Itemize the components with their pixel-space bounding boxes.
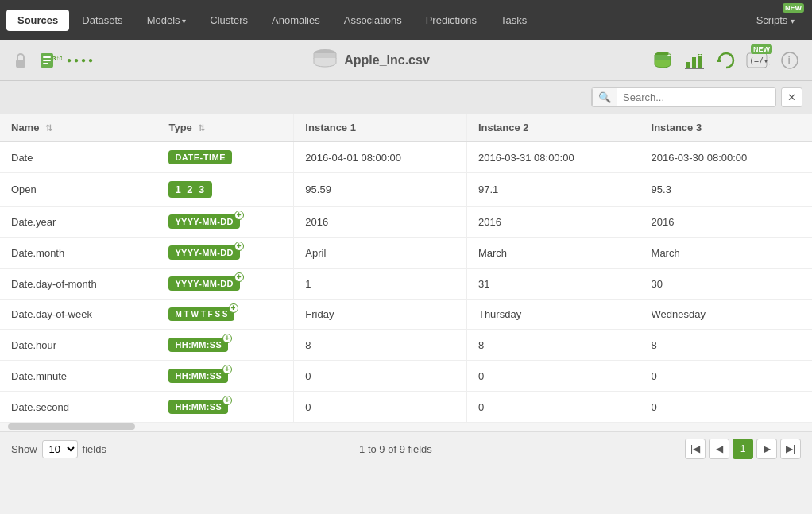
cell-type: 1 2 3 (157, 173, 294, 207)
code-icon[interactable]: NEW (=/▾) (745, 48, 771, 73)
nav-item-sources[interactable]: Sources (6, 10, 69, 31)
cell-instance2: 31 (466, 269, 640, 300)
nav-item-clusters[interactable]: Clusters (199, 10, 259, 31)
nav-item-datasets[interactable]: Datasets (71, 10, 133, 31)
cell-instance3: March (640, 238, 812, 269)
search-wrap: 🔍 (591, 87, 776, 107)
page-prev-button[interactable]: ◀ (709, 439, 729, 459)
svg-rect-0 (16, 60, 25, 68)
cell-instance3: 8 (640, 330, 812, 361)
cell-instance1: 2016-04-01 08:00:00 (294, 141, 467, 173)
chart-icon[interactable]: + (682, 48, 707, 73)
api-new-badge: NEW (751, 44, 772, 54)
type-badge[interactable]: DATE-TIME (168, 150, 232, 164)
fields-label: fields (83, 443, 106, 455)
col-type: Type ⇅ (157, 114, 294, 141)
cell-type: HH:MM:SS+ (157, 330, 294, 361)
cell-instance1: 2016 (294, 207, 467, 238)
type-badge[interactable]: HH:MM:SS+ (168, 400, 228, 414)
cell-name: Date.year (0, 207, 157, 238)
col-instance1: Instance 1 (294, 114, 467, 141)
nav-item-anomalies[interactable]: Anomalies (261, 10, 331, 31)
svg-text:+: + (729, 52, 733, 58)
cell-instance3: 30 (640, 269, 812, 300)
cell-name: Open (0, 173, 157, 207)
svg-text:(=/▾): (=/▾) (749, 56, 770, 65)
scrollbar-thumb[interactable] (8, 423, 135, 430)
cell-name: Date.day-of-month (0, 269, 157, 300)
dataset-icon[interactable]: + (650, 48, 675, 73)
toolbar-title: Apple_Inc.csv (100, 48, 642, 72)
cell-instance2: 0 (466, 361, 640, 392)
cell-instance2: Thursday (466, 300, 640, 330)
table-row: Date.day-of-weekM T W T F S S+FridayThur… (0, 300, 812, 330)
progress-dots: ●●●● (70, 49, 92, 71)
cell-name: Date.hour (0, 330, 157, 361)
page-1-button[interactable]: 1 (733, 439, 753, 459)
cell-type: YYYY-MM-DD+ (157, 207, 294, 238)
svg-rect-2 (43, 56, 51, 58)
info-icon[interactable]: i (777, 48, 802, 73)
nav-item-predictions[interactable]: Predictions (415, 10, 488, 31)
sort-name-icon[interactable]: ⇅ (45, 123, 52, 133)
nav-item-associations[interactable]: Associations (333, 10, 413, 31)
svg-rect-9 (686, 62, 690, 68)
search-bar: 🔍 ✕ (0, 81, 812, 114)
svg-text:+: + (698, 52, 702, 58)
cell-name: Date.month (0, 238, 157, 269)
type-badge[interactable]: HH:MM:SS+ (168, 338, 228, 352)
horizontal-scrollbar[interactable] (0, 423, 812, 431)
footer-left: Show 10 25 50 fields (11, 440, 106, 458)
cell-instance3: 95.3 (640, 173, 812, 207)
nav-item-scripts[interactable]: NEW Scripts (745, 10, 806, 31)
page-last-button[interactable]: ▶| (780, 439, 801, 459)
cell-instance3: Wednesday (640, 300, 812, 330)
cell-type: M T W T F S S+ (157, 300, 294, 330)
sort-type-icon[interactable]: ⇅ (198, 123, 205, 133)
cell-instance1: April (294, 238, 467, 269)
cell-instance2: March (466, 238, 640, 269)
svg-rect-4 (43, 63, 48, 64)
table-row: Date.hourHH:MM:SS+888 (0, 330, 812, 361)
refresh-icon[interactable]: + (713, 48, 739, 73)
cell-type: YYYY-MM-DD+ (157, 269, 294, 300)
data-table-wrap: Name ⇅ Type ⇅ Instance 1 Instance 2 Inst… (0, 114, 812, 423)
svg-rect-10 (692, 57, 696, 68)
page-next-button[interactable]: ▶ (756, 439, 777, 459)
cell-instance3: 0 (640, 392, 812, 423)
clear-search-button[interactable]: ✕ (781, 87, 802, 107)
type-badge[interactable]: M T W T F S S+ (168, 307, 234, 321)
search-button[interactable]: 🔍 (592, 88, 617, 106)
cell-name: Date.minute (0, 361, 157, 392)
cell-type: HH:MM:SS+ (157, 392, 294, 423)
table-footer: Show 10 25 50 fields 1 to 9 of 9 fields … (0, 431, 812, 466)
type-badge[interactable]: YYYY-MM-DD+ (168, 276, 239, 291)
svg-text:3↑0↓: 3↑0↓ (52, 55, 62, 62)
svg-text:+: + (667, 52, 671, 58)
cell-instance2: 97.1 (466, 173, 640, 207)
cell-instance2: 0 (466, 392, 640, 423)
cell-type: DATE-TIME (157, 141, 294, 173)
table-row: Open1 2 395.5997.195.3 (0, 173, 812, 207)
cell-instance1: 1 (294, 269, 467, 300)
nav-bar: Sources Datasets Models Clusters Anomali… (0, 0, 812, 40)
toolbar-right: + + + NEW (=/▾) (650, 48, 802, 73)
nav-item-models[interactable]: Models (136, 10, 198, 31)
per-page-select[interactable]: 10 25 50 (42, 440, 78, 458)
cell-instance2: 2016 (466, 207, 640, 238)
type-badge[interactable]: YYYY-MM-DD+ (168, 245, 239, 260)
file-title: Apple_Inc.csv (344, 53, 430, 68)
source-icon[interactable]: 3↑0↓ (40, 49, 62, 71)
nav-item-tasks[interactable]: Tasks (489, 10, 538, 31)
cell-instance1: 0 (294, 361, 467, 392)
type-badge[interactable]: HH:MM:SS+ (168, 369, 228, 383)
cell-instance3: 0 (640, 361, 812, 392)
svg-rect-3 (43, 60, 51, 61)
type-badge[interactable]: 1 2 3 (168, 181, 212, 198)
table-row: Date.minuteHH:MM:SS+000 (0, 361, 812, 392)
type-badge[interactable]: YYYY-MM-DD+ (168, 214, 239, 229)
show-label: Show (11, 443, 37, 455)
search-input[interactable] (617, 88, 775, 106)
cell-instance2: 8 (466, 330, 640, 361)
page-first-button[interactable]: |◀ (685, 439, 706, 459)
